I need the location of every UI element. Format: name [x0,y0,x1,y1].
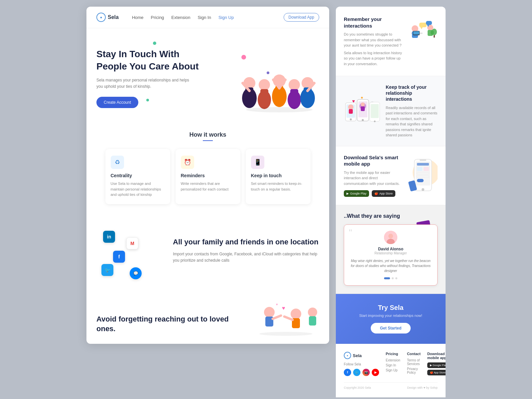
google-play-button[interactable]: ▶ Google Play [344,190,369,197]
hero-description: Sela manages your personal relationships… [96,77,190,90]
dot-decor [153,42,156,45]
dot-1 [384,277,390,279]
nav-extension[interactable]: Extension [171,15,190,20]
footer-col-pricing: Pricing Extension Sign In Sign Up [386,352,400,377]
hero-text: Stay In Touch With People You Care About… [96,48,319,108]
app-store-button[interactable]: 🍎 App Store [372,190,395,197]
hero-title: Stay In Touch With People You Care About [96,48,203,72]
nav-home[interactable]: Home [132,15,144,20]
download-app-button[interactable]: Download App [284,13,319,22]
logo-text: Sela [108,14,119,20]
footer-google-play-button[interactable]: ▶ Google Play [427,362,446,368]
footer-contact-title: Contact [407,352,421,356]
svg-line-25 [284,317,293,320]
svg-point-44 [431,30,434,35]
reminders-icon: ⏰ [181,156,194,169]
avoid-svg: ♥ ♥ [253,297,319,337]
svg-text:♥: ♥ [276,303,278,306]
svg-rect-70 [417,172,429,174]
svg-point-48 [348,104,353,110]
svg-rect-67 [417,163,429,166]
svg-rect-40 [426,21,432,25]
footer-facebook-icon[interactable]: f [344,369,351,376]
footer-link-signup[interactable]: Sign Up [386,368,400,372]
footer-section: ● Sela Follow Sela f 🐦 📷 ▶ Pricing Exten… [336,344,446,397]
track-title: Keep track of your relationship interact… [386,84,438,102]
keep-in-touch-title: Keep in touch [251,173,305,178]
footer-download-title: Download our mobile app [427,352,446,360]
keep-in-touch-desc: Set smart reminders to keep-in-touch on … [251,181,305,192]
footer-social-row: f 🐦 📷 ▶ [344,369,379,376]
remember-svg [408,16,438,43]
svg-point-30 [259,332,313,336]
download-phone-illustration [408,154,438,194]
footer-link-terms[interactable]: Terms of Services [407,358,421,366]
svg-rect-69 [424,167,429,171]
download-section: Download Sela's smart mobile app Try the… [336,146,446,205]
download-text: Download Sela's smart mobile app Try the… [344,154,402,197]
get-started-button[interactable]: Get Started [371,323,411,333]
footer-twitter-icon[interactable]: 🐦 [353,369,360,376]
card-centrality: ♻ Centrality Use Sela to manage and main… [105,149,170,204]
footer-link-extension[interactable]: Extension [386,358,400,362]
google-play-label: Google Play [350,192,366,195]
footer-app-store-button[interactable]: 🍎 App Store [427,370,446,375]
card-keep-in-touch: 📱 Keep in touch Set smart reminders to k… [246,149,311,204]
testimonial-dots [350,277,431,279]
nav-pricing[interactable]: Pricing [151,15,164,20]
nav-logo[interactable]: ● Sela [96,13,119,22]
avoid-title: Avoid forgetting reaching out to loved o… [96,315,246,333]
footer-top: ● Sela Follow Sela f 🐦 📷 ▶ Pricing Exten… [344,352,438,377]
right-top-card: Remember your interactions Do you someti… [336,7,446,397]
testimonial-title: ..What they are saying [344,213,438,219]
svg-rect-60 [371,104,379,118]
footer-instagram-icon[interactable]: 📷 [362,369,370,376]
footer-logo-icon: ● [344,352,351,359]
footer-col-contact: Contact Terms of Services Privacy Policy [407,352,421,377]
testimonial-role: Relationship Manager [350,251,431,255]
create-account-button[interactable]: Create Account [96,97,138,108]
nav-signin[interactable]: Sign In [198,15,211,20]
footer-link-privacy[interactable]: Privacy Policy [407,367,421,374]
contacts-section: in M f 🐦 💬 All your family and friends i… [86,214,329,291]
svg-line-22 [273,316,281,319]
social-icons-group: in M f 🐦 💬 [96,221,163,281]
svg-marker-39 [420,27,423,29]
svg-text:♥: ♥ [282,305,285,311]
track-description: Readily available records of all past in… [386,105,438,138]
nav-signup[interactable]: Sign Up [218,15,234,20]
keep-in-touch-icon: 📱 [251,156,264,169]
dot-2 [392,277,394,279]
svg-point-47 [350,118,352,120]
avatar-svg [384,231,397,244]
svg-rect-68 [417,167,422,171]
cards-row: ♻ Centrality Use Sela to manage and main… [96,149,319,204]
footer-youtube-icon[interactable]: ▶ [372,369,379,376]
navbar: ● Sela Home Pricing Extension Sign In Si… [86,7,329,28]
centrality-icon: ♻ [111,156,124,169]
remember-illustration [408,16,438,43]
svg-rect-58 [361,106,365,111]
testimonial-name: David Alonso [350,247,431,251]
download-title: Download Sela's smart mobile app [344,154,402,167]
how-it-works-title: How it works [96,131,319,141]
try-description: Start improving your relationships now! [344,314,438,318]
facebook-icon: f [113,251,125,263]
svg-rect-27 [309,316,316,326]
footer-col-download: Download our mobile app ▶ Google Play 🍎 … [427,352,446,377]
contacts-title: All your family and friends in one locat… [173,237,319,247]
svg-point-65 [422,188,424,191]
footer-link-signin[interactable]: Sign In [386,363,400,367]
svg-point-61 [374,120,376,122]
testimonial-container: " David Alonso Relationship Manager May … [344,224,438,286]
svg-point-23 [291,309,301,319]
svg-rect-38 [419,23,427,27]
hero-section: Stay In Touch With People You Care About… [86,28,329,121]
svg-point-20 [264,307,275,318]
quote-icon: " [349,228,352,237]
svg-rect-49 [349,109,353,114]
try-section: Try Sela Start improving your relationsh… [336,294,446,344]
svg-rect-72 [417,179,424,182]
svg-rect-35 [413,31,419,35]
play-icon: ▶ [346,192,349,195]
